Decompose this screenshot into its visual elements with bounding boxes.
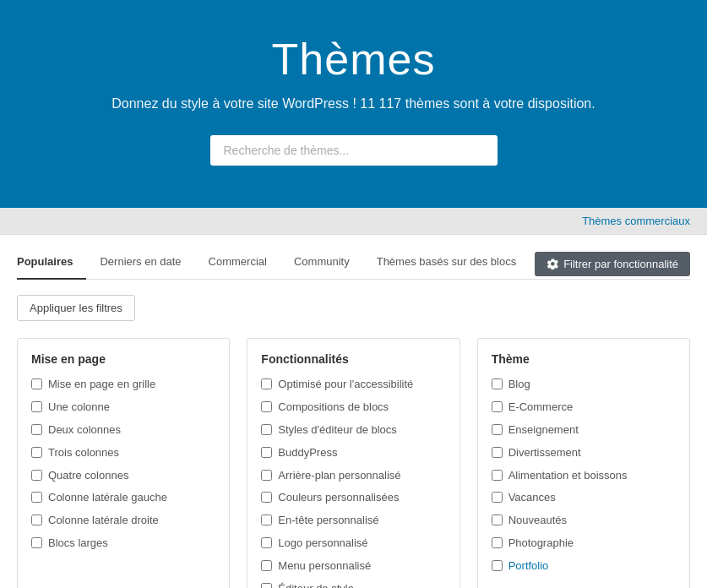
filter-col-mise-en-page: Mise en pageMise en page en grilleUne co… xyxy=(17,338,230,588)
checkbox-label: Éditeur de style xyxy=(278,582,354,588)
checkbox-item[interactable]: Blog xyxy=(492,378,676,392)
checkbox-item[interactable]: Portfolio xyxy=(492,559,676,574)
checkbox-label: Une colonne xyxy=(48,400,110,415)
checkbox[interactable] xyxy=(31,401,42,412)
checkbox-item[interactable]: Alimentation et boissons xyxy=(492,469,676,483)
checkbox[interactable] xyxy=(31,424,42,435)
checkbox-label: Quatre colonnes xyxy=(48,469,128,483)
checkbox[interactable] xyxy=(261,514,272,525)
checkbox-item[interactable]: Enseignement xyxy=(492,423,676,438)
tab-blocs[interactable]: Thèmes basés sur des blocs xyxy=(363,248,530,280)
checkbox-item[interactable]: Une colonne xyxy=(31,400,215,415)
checkbox[interactable] xyxy=(31,537,42,548)
filter-col-title-theme: Thème xyxy=(492,352,676,366)
checkbox-item[interactable]: Menu personnalisé xyxy=(261,559,445,574)
checkbox[interactable] xyxy=(31,470,42,481)
checkbox-item[interactable]: Styles d'éditeur de blocs xyxy=(261,423,445,438)
checkbox-item[interactable]: Divertissement xyxy=(492,446,676,460)
checkbox-label: Enseignement xyxy=(508,423,579,438)
checkbox[interactable] xyxy=(492,424,503,435)
checkbox[interactable] xyxy=(261,378,272,389)
checkbox-item[interactable]: BuddyPress xyxy=(261,446,445,460)
tab-commercial[interactable]: Commercial xyxy=(195,248,280,280)
checkbox-item[interactable]: Trois colonnes xyxy=(31,446,215,460)
checkbox[interactable] xyxy=(492,537,503,548)
checkbox[interactable] xyxy=(492,470,503,481)
checkbox-item[interactable]: Logo personnalisé xyxy=(261,536,445,551)
checkbox[interactable] xyxy=(492,560,503,571)
hero-section: Thèmes Donnez du style à votre site Word… xyxy=(0,0,707,208)
checkbox[interactable] xyxy=(492,492,503,503)
checkbox[interactable] xyxy=(31,492,42,503)
main-content: Populaires Derniers en date Commercial C… xyxy=(0,235,707,588)
apply-filters-button[interactable]: Appliquer les filtres xyxy=(17,295,135,321)
checkbox[interactable] xyxy=(261,447,272,458)
filter-col-title-mise-en-page: Mise en page xyxy=(31,352,215,366)
checkbox-item[interactable]: Colonne latérale droite xyxy=(31,514,215,528)
checkbox-item[interactable]: Arrière-plan personnalisé xyxy=(261,469,445,483)
checkbox-label: Blocs larges xyxy=(48,536,108,551)
checkbox[interactable] xyxy=(31,378,42,389)
tab-community[interactable]: Community xyxy=(280,248,363,280)
checkbox-item[interactable]: E-Commerce xyxy=(492,400,676,415)
checkbox[interactable] xyxy=(31,514,42,525)
checkbox-label: Photographie xyxy=(508,536,574,551)
checkbox-item[interactable]: Vacances xyxy=(492,491,676,505)
checkbox[interactable] xyxy=(492,514,503,525)
checkbox-label: E-Commerce xyxy=(508,400,574,415)
checkbox[interactable] xyxy=(492,447,503,458)
checkbox-label: Logo personnalisé xyxy=(278,536,367,551)
checkbox[interactable] xyxy=(261,424,272,435)
checkbox-item[interactable]: Deux colonnes xyxy=(31,423,215,438)
tabs-bar: Populaires Derniers en date Commercial C… xyxy=(17,235,690,280)
checkbox-label: Optimisé pour l'accessibilité xyxy=(278,378,413,392)
checkbox[interactable] xyxy=(261,470,272,481)
checkbox-label: Alimentation et boissons xyxy=(508,469,628,483)
checkbox-label: Nouveautés xyxy=(508,514,567,528)
checkbox-item[interactable]: Photographie xyxy=(492,536,676,551)
checkbox[interactable] xyxy=(492,378,503,389)
filter-col-fonctionnalites: FonctionnalitésOptimisé pour l'accessibi… xyxy=(247,338,460,588)
search-input[interactable] xyxy=(210,135,498,166)
checkbox[interactable] xyxy=(261,492,272,503)
checkbox-label: Couleurs personnalisées xyxy=(278,491,399,505)
checkbox-label: Colonne latérale gauche xyxy=(48,491,167,505)
commercial-themes-link[interactable]: Thèmes commerciaux xyxy=(582,215,690,227)
checkbox[interactable] xyxy=(261,537,272,548)
checkbox-label: En-tête personnalisé xyxy=(278,514,378,528)
tab-derniers[interactable]: Derniers en date xyxy=(86,248,194,280)
checkbox[interactable] xyxy=(261,560,272,571)
checkbox[interactable] xyxy=(261,583,272,588)
checkbox-label: Menu personnalisé xyxy=(278,559,371,574)
filter-button[interactable]: Filtrer par fonctionnalité xyxy=(535,252,690,276)
checkbox-label: Compositions de blocs xyxy=(278,400,389,415)
checkbox-label: Vacances xyxy=(508,491,556,505)
checkbox-item[interactable]: Nouveautés xyxy=(492,514,676,528)
checkbox-label: Styles d'éditeur de blocs xyxy=(278,423,397,438)
checkbox-item[interactable]: Colonne latérale gauche xyxy=(31,491,215,505)
checkbox[interactable] xyxy=(261,401,272,412)
search-wrapper xyxy=(17,135,690,166)
checkbox-label: BuddyPress xyxy=(278,446,337,460)
hero-title: Thèmes xyxy=(17,34,690,84)
checkbox[interactable] xyxy=(31,447,42,458)
checkbox-item[interactable]: Couleurs personnalisées xyxy=(261,491,445,505)
checkbox-label: Divertissement xyxy=(508,446,581,460)
tab-populaires[interactable]: Populaires xyxy=(17,248,86,280)
checkbox-item[interactable]: Mise en page en grille xyxy=(31,378,215,392)
checkbox[interactable] xyxy=(492,401,503,412)
checkbox-item[interactable]: Éditeur de style xyxy=(261,582,445,588)
checkbox-label: Colonne latérale droite xyxy=(48,514,159,528)
checkbox-label: Arrière-plan personnalisé xyxy=(278,469,400,483)
filter-col-theme: ThèmeBlogE-CommerceEnseignementDivertiss… xyxy=(477,338,690,588)
checkbox-label: Deux colonnes xyxy=(48,423,121,438)
checkbox-label: Blog xyxy=(508,378,530,392)
checkbox-item[interactable]: En-tête personnalisé xyxy=(261,514,445,528)
checkbox-item[interactable]: Compositions de blocs xyxy=(261,400,445,415)
checkbox-item[interactable]: Blocs larges xyxy=(31,536,215,551)
checkbox-item[interactable]: Quatre colonnes xyxy=(31,469,215,483)
tabs-list: Populaires Derniers en date Commercial C… xyxy=(17,248,535,279)
checkbox-item[interactable]: Optimisé pour l'accessibilité xyxy=(261,378,445,392)
filter-col-title-fonctionnalites: Fonctionnalités xyxy=(261,352,445,366)
checkbox-label: Mise en page en grille xyxy=(48,378,155,392)
